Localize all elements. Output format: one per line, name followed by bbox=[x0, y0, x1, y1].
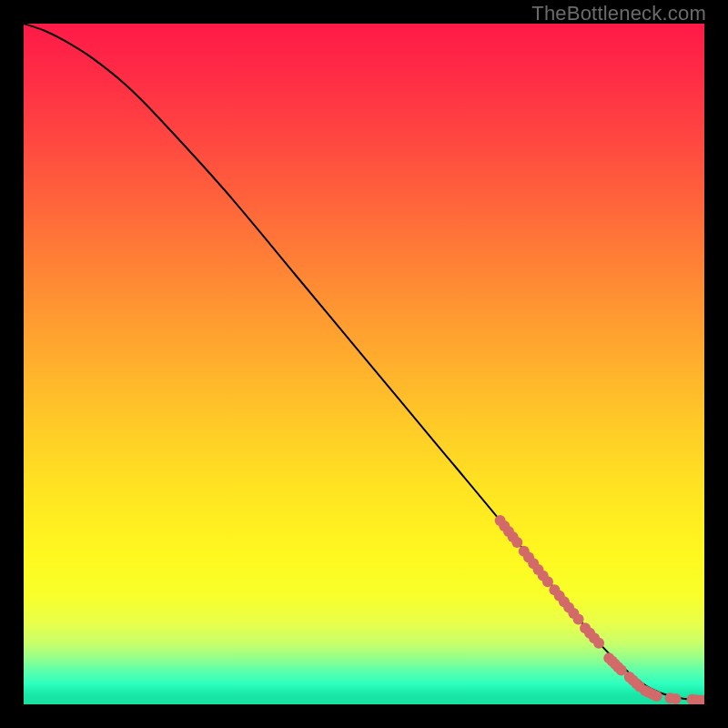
data-dot bbox=[523, 551, 534, 562]
data-dot bbox=[542, 576, 553, 587]
data-dot bbox=[499, 521, 510, 531]
data-dot bbox=[573, 614, 584, 625]
data-dot bbox=[495, 515, 506, 526]
data-dot bbox=[624, 672, 635, 682]
data-dot bbox=[549, 584, 560, 595]
data-dot bbox=[612, 662, 623, 672]
data-dot bbox=[519, 546, 530, 557]
data-dots bbox=[495, 515, 704, 704]
data-dot bbox=[631, 678, 642, 689]
data-dot bbox=[508, 531, 519, 542]
data-dot bbox=[647, 689, 658, 700]
data-dot bbox=[584, 628, 595, 639]
plot-area bbox=[24, 24, 704, 704]
data-dot bbox=[528, 558, 539, 569]
data-dot bbox=[607, 656, 618, 667]
data-dot bbox=[695, 695, 704, 704]
data-dot bbox=[603, 652, 614, 663]
data-dot bbox=[691, 694, 702, 704]
data-dot bbox=[503, 526, 514, 537]
data-dot bbox=[634, 682, 645, 693]
bottleneck-curve bbox=[24, 24, 704, 701]
data-dot bbox=[568, 608, 579, 619]
data-dot bbox=[652, 691, 662, 702]
chart-frame: TheBottleneck.com bbox=[0, 0, 728, 728]
data-dot bbox=[511, 537, 522, 548]
data-dot bbox=[589, 632, 600, 643]
data-dot bbox=[627, 675, 638, 686]
data-dot bbox=[671, 693, 682, 704]
data-dot bbox=[538, 571, 549, 581]
data-dot bbox=[610, 659, 621, 670]
chart-svg bbox=[24, 24, 704, 704]
data-dot bbox=[643, 687, 654, 698]
data-dot bbox=[532, 564, 543, 575]
data-dot bbox=[554, 591, 565, 602]
data-dot bbox=[593, 638, 604, 649]
data-dot bbox=[665, 693, 676, 703]
data-dot bbox=[640, 685, 651, 696]
data-dot bbox=[580, 622, 591, 633]
data-dot bbox=[687, 694, 698, 704]
watermark-label: TheBottleneck.com bbox=[531, 2, 706, 25]
data-dot bbox=[559, 596, 570, 607]
data-dot bbox=[563, 602, 574, 613]
data-dot bbox=[616, 665, 627, 676]
